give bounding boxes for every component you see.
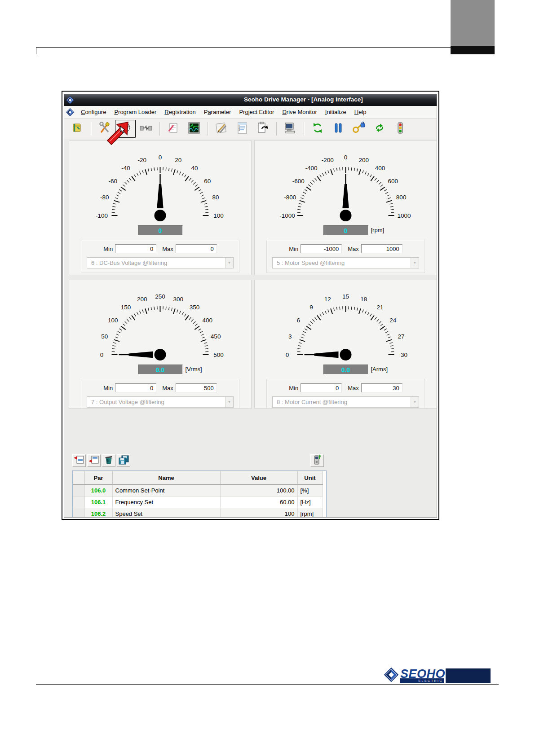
chevron-down-icon[interactable]: ▼ — [411, 397, 419, 407]
svg-text:450: 450 — [211, 333, 221, 340]
gauge-value-display: 0 — [323, 225, 368, 235]
svg-text:-600: -600 — [292, 178, 305, 185]
svg-text:0: 0 — [344, 154, 348, 161]
toolbar-button-oscilloscope[interactable] — [184, 120, 204, 138]
toolbar-button-pause[interactable] — [328, 120, 349, 138]
table-row[interactable]: 106.0Common Set-Point100.00[%] — [73, 484, 323, 497]
pause-icon — [333, 122, 344, 136]
gauge-needle-hub — [340, 210, 352, 221]
row-selector-cell[interactable] — [73, 497, 84, 508]
max-label: Max — [348, 246, 359, 252]
table-toolbar-button-save-copy[interactable] — [117, 454, 130, 467]
svg-text:-40: -40 — [121, 165, 130, 171]
clipboard-redo-icon — [256, 122, 269, 136]
toolbar-button-swap-arrows[interactable] — [369, 120, 390, 138]
gauge-range-group: MinMax6 : DC-Bus Voltage @filtering▼ — [81, 240, 239, 273]
gauge-needle-hub — [340, 349, 352, 360]
toolbar-button-checklist[interactable]: 123 — [232, 120, 252, 138]
window-title: Seoho Drive Manager - [Analog Interface] — [244, 96, 363, 103]
toolbar-button-traffic-light[interactable] — [390, 120, 411, 138]
gauge-needle-hub — [155, 349, 166, 360]
max-input[interactable] — [361, 383, 402, 392]
gauge-value-row: 0.0[Vrms] — [69, 365, 251, 375]
min-input[interactable] — [301, 383, 342, 392]
table-row[interactable]: 106.2Speed Set100[rpm] — [73, 508, 323, 518]
svg-text:40: 40 — [191, 165, 198, 171]
max-input[interactable] — [176, 383, 217, 392]
menu-item-registration[interactable]: Registration — [160, 107, 199, 117]
chevron-down-icon[interactable]: ▼ — [225, 258, 233, 268]
gauge-value-row: 0 — [69, 225, 251, 236]
page-corner-gray-block — [451, 0, 495, 46]
min-input[interactable] — [115, 244, 156, 253]
menu-item-help[interactable]: Help — [350, 107, 371, 117]
toolbar-button-address-book[interactable] — [67, 120, 88, 138]
toolbar-button-tools[interactable] — [94, 120, 115, 138]
svg-text:6: 6 — [297, 317, 301, 324]
signal-select-combobox[interactable]: 5 : Motor Speed @filtering▼ — [272, 257, 419, 268]
signal-select-combobox[interactable]: 8 : Motor Current @filtering▼ — [272, 396, 419, 408]
toolbar-button-note-edit[interactable] — [163, 120, 184, 138]
address-book-icon — [71, 123, 83, 135]
tools-icon — [98, 122, 111, 136]
menu-item-program-loader[interactable]: Program Loader — [110, 107, 160, 117]
name-cell: Speed Set — [112, 508, 220, 518]
row-selector-cell[interactable] — [73, 484, 84, 497]
table-row[interactable]: 106.1Frequency Set60.00[Hz] — [73, 497, 323, 508]
gauge-value-row: 0.0[Arms] — [255, 365, 437, 375]
insert-page-icon — [88, 455, 99, 466]
toolbar-button-refresh[interactable] — [307, 120, 328, 138]
checklist-icon: 123 — [236, 122, 248, 136]
svg-text:20: 20 — [175, 157, 181, 163]
max-input[interactable] — [361, 244, 402, 253]
min-input[interactable] — [115, 383, 156, 392]
toolbar-button-gauge-monitor[interactable] — [115, 120, 136, 138]
value-cell: 60.00 — [220, 497, 297, 508]
min-max-row: MinMax — [267, 244, 424, 253]
signal-select-combobox[interactable]: 6 : DC-Bus Voltage @filtering▼ — [87, 257, 234, 268]
svg-text:15: 15 — [342, 293, 349, 300]
table-toolbar-button-device-upload[interactable] — [310, 454, 324, 467]
menu-item-parameter[interactable]: Parameter — [200, 107, 235, 117]
table-toolbar-button-insert-page[interactable] — [87, 454, 101, 467]
table-toolbar-button-insert-row[interactable] — [72, 454, 86, 467]
parameter-table: ParNameValueUnit106.0Common Set-Point100… — [73, 471, 323, 518]
device-upload-icon — [312, 454, 323, 467]
signal-select-combobox[interactable]: 7 : Output Voltage @filtering▼ — [87, 396, 234, 408]
menu-item-initialize[interactable]: Initialize — [321, 107, 350, 117]
toolbar-button-draw-pencils[interactable] — [211, 120, 232, 138]
svg-text:350: 350 — [190, 304, 200, 311]
toolbar-button-key-lock[interactable] — [349, 120, 369, 138]
page-footer-rule — [36, 684, 499, 685]
toolbar-button-coupling[interactable] — [136, 120, 156, 138]
gauge-unit-label: [Arms] — [371, 366, 388, 373]
table-toolbar-button-trash[interactable] — [102, 454, 115, 467]
max-input[interactable] — [176, 244, 217, 253]
svg-text:-200: -200 — [322, 157, 334, 163]
menu-bar: ConfigureProgram LoaderRegistrationParam… — [64, 106, 437, 119]
menu-bar-items: ConfigureProgram LoaderRegistrationParam… — [77, 107, 371, 117]
gauge-needle — [342, 184, 349, 208]
name-cell: Frequency Set — [112, 497, 220, 508]
min-input[interactable] — [301, 244, 342, 253]
svg-text:100: 100 — [108, 317, 118, 324]
toolbar-button-computer[interactable] — [280, 120, 301, 138]
min-label: Min — [289, 385, 298, 391]
page-header-rule — [36, 47, 451, 48]
chevron-down-icon[interactable]: ▼ — [411, 258, 419, 268]
row-selector-cell[interactable] — [73, 508, 84, 518]
gauge-range-group: MinMax5 : Motor Speed @filtering▼ — [266, 240, 425, 273]
min-max-row: MinMax — [81, 383, 239, 392]
svg-text:30: 30 — [401, 352, 407, 358]
chevron-down-icon[interactable]: ▼ — [225, 397, 233, 407]
svg-text:3: 3 — [239, 128, 240, 131]
toolbar-button-clipboard-redo[interactable] — [252, 120, 273, 138]
gauge-value-display: 0 — [138, 225, 183, 235]
table-toolbar-left — [72, 454, 130, 467]
menu-item-drive-monitor[interactable]: Drive Monitor — [278, 107, 321, 117]
menu-item-configure[interactable]: Configure — [77, 107, 110, 117]
max-label: Max — [348, 385, 359, 391]
menu-item-project-editor[interactable]: Project Editor — [235, 107, 278, 117]
page-corner-black-block — [451, 46, 495, 54]
min-max-row: MinMax — [267, 383, 424, 392]
